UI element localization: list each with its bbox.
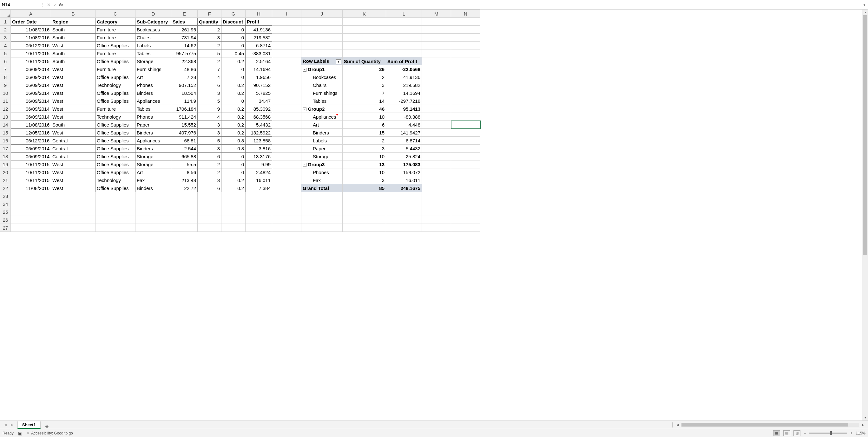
column-header-I[interactable]: I: [272, 10, 301, 18]
cell-F19[interactable]: 2: [198, 160, 221, 168]
cell-H9[interactable]: 90.7152: [246, 81, 272, 89]
cell-L13[interactable]: -89.388: [386, 113, 422, 121]
cell-M1[interactable]: [422, 18, 451, 26]
cell-E23[interactable]: [171, 192, 198, 200]
cell-C2[interactable]: Furniture: [95, 26, 135, 34]
cell-I13[interactable]: [272, 113, 301, 121]
row-header-17[interactable]: 17: [0, 145, 11, 153]
cell-F22[interactable]: 6: [198, 184, 221, 192]
cell-E11[interactable]: 114.9: [171, 97, 198, 105]
cell-K3[interactable]: [343, 34, 386, 41]
cell-I27[interactable]: [272, 224, 301, 232]
row-header-3[interactable]: 3: [0, 34, 11, 41]
cell-N2[interactable]: [451, 26, 480, 34]
cell-N27[interactable]: [451, 224, 480, 232]
zoom-out-button[interactable]: −: [804, 431, 806, 435]
cell-K13[interactable]: 10: [343, 113, 386, 121]
cell-A5[interactable]: 10/11/2015: [11, 50, 51, 57]
cell-B17[interactable]: Central: [51, 145, 95, 153]
cell-M16[interactable]: [422, 137, 451, 145]
cell-H8[interactable]: 1.9656: [246, 73, 272, 81]
cell-I3[interactable]: [272, 34, 301, 41]
row-header-24[interactable]: 24: [0, 200, 11, 208]
row-header-13[interactable]: 13: [0, 113, 11, 121]
row-header-21[interactable]: 21: [0, 176, 11, 184]
cell-K10[interactable]: 7: [343, 89, 386, 97]
cell-D1[interactable]: Sub-Category: [135, 18, 171, 26]
cell-E10[interactable]: 18.504: [171, 89, 198, 97]
cell-C21[interactable]: Technology: [95, 176, 135, 184]
row-header-26[interactable]: 26: [0, 216, 11, 224]
column-header-D[interactable]: D: [135, 10, 171, 18]
cell-G16[interactable]: 0.8: [221, 137, 246, 145]
cell-N3[interactable]: [451, 34, 480, 41]
scroll-up-icon[interactable]: ▴: [862, 9, 868, 15]
cell-C15[interactable]: Office Supplies: [95, 129, 135, 137]
cell-N5[interactable]: [451, 50, 480, 57]
cell-G8[interactable]: 0: [221, 73, 246, 81]
cell-K22[interactable]: 85: [343, 184, 386, 192]
cell-C25[interactable]: [95, 208, 135, 216]
column-header-M[interactable]: M: [422, 10, 451, 18]
cell-H20[interactable]: 2.4824: [246, 168, 272, 176]
column-header-K[interactable]: K: [343, 10, 386, 18]
macro-record-icon[interactable]: ▣: [18, 431, 22, 436]
cell-K6[interactable]: Sum of Quantity: [343, 57, 386, 65]
cell-H7[interactable]: 14.1694: [246, 65, 272, 73]
sheet-prev-icon[interactable]: ◀: [4, 423, 7, 427]
cell-H12[interactable]: 85.3092: [246, 105, 272, 113]
cell-C6[interactable]: Office Supplies: [95, 57, 135, 65]
cell-F25[interactable]: [198, 208, 221, 216]
cell-E13[interactable]: 911.424: [171, 113, 198, 121]
cell-H4[interactable]: 6.8714: [246, 41, 272, 50]
cell-E20[interactable]: 8.56: [171, 168, 198, 176]
cell-D3[interactable]: Chairs: [135, 34, 171, 41]
cell-L18[interactable]: 25.824: [386, 153, 422, 160]
cell-A6[interactable]: 10/11/2015: [11, 57, 51, 65]
cell-D12[interactable]: Tables: [135, 105, 171, 113]
cell-J1[interactable]: [301, 18, 343, 26]
cell-J13[interactable]: Appliances•: [301, 113, 343, 121]
cell-G27[interactable]: [221, 224, 246, 232]
cell-C4[interactable]: Office Supplies: [95, 41, 135, 50]
cell-G17[interactable]: 0.8: [221, 145, 246, 153]
cell-J19[interactable]: −Group3: [301, 160, 343, 168]
cell-I6[interactable]: [272, 57, 301, 65]
cell-N15[interactable]: [451, 129, 480, 137]
cell-G20[interactable]: 0: [221, 168, 246, 176]
cell-L25[interactable]: [386, 208, 422, 216]
cell-M4[interactable]: [422, 41, 451, 50]
cell-G6[interactable]: 0.2: [221, 57, 246, 65]
cell-C22[interactable]: Office Supplies: [95, 184, 135, 192]
cell-H14[interactable]: 5.4432: [246, 121, 272, 129]
cell-N17[interactable]: [451, 145, 480, 153]
cell-J22[interactable]: Grand Total: [301, 184, 343, 192]
cell-G25[interactable]: [221, 208, 246, 216]
cell-K21[interactable]: 3: [343, 176, 386, 184]
cell-C27[interactable]: [95, 224, 135, 232]
cell-K23[interactable]: [343, 192, 386, 200]
cell-K20[interactable]: 10: [343, 168, 386, 176]
cell-A8[interactable]: 06/09/2014: [11, 73, 51, 81]
cell-E16[interactable]: 68.81: [171, 137, 198, 145]
cell-M10[interactable]: [422, 89, 451, 97]
cell-B23[interactable]: [51, 192, 95, 200]
cell-G3[interactable]: 0: [221, 34, 246, 41]
scroll-left-icon[interactable]: ◀: [675, 423, 680, 427]
cell-G10[interactable]: 0.2: [221, 89, 246, 97]
row-header-8[interactable]: 8: [0, 73, 11, 81]
cell-K2[interactable]: [343, 26, 386, 34]
cell-K17[interactable]: 3: [343, 145, 386, 153]
cell-L14[interactable]: 4.448: [386, 121, 422, 129]
cell-J16[interactable]: Labels: [301, 137, 343, 145]
cell-A23[interactable]: [11, 192, 51, 200]
cell-I24[interactable]: [272, 200, 301, 208]
cell-E24[interactable]: [171, 200, 198, 208]
cell-I8[interactable]: [272, 73, 301, 81]
cell-G18[interactable]: 0: [221, 153, 246, 160]
cell-L11[interactable]: -297.7218: [386, 97, 422, 105]
cell-C16[interactable]: Office Supplies: [95, 137, 135, 145]
cell-C13[interactable]: Technology: [95, 113, 135, 121]
cell-K12[interactable]: 46: [343, 105, 386, 113]
cell-G11[interactable]: 0: [221, 97, 246, 105]
